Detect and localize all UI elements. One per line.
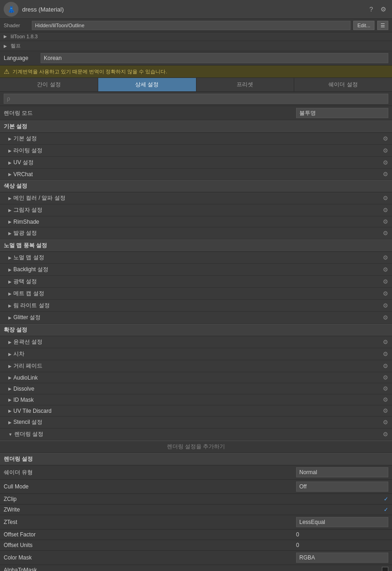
advanced-item-0[interactable]: ▶ 윤곽선 설정 ⚙ [0,336,392,348]
tab-shader[interactable]: 쉐이더 설정 [294,78,392,91]
color-mask-dropdown[interactable]: RGBA [296,553,388,563]
triangle-icon: ▶ [8,303,12,308]
search-input[interactable] [4,94,388,104]
ztest-dropdown[interactable]: LessEqual [296,517,388,527]
triangle-icon: ▶ [8,375,12,380]
shader-row: Shader Hidden/lilToon/Outline Edit... ☰ [0,19,392,32]
render-trigger-row[interactable]: 렌더링 설정을 추가하기 [0,440,392,453]
advanced-item-2[interactable]: ▶ 거리 페이드 ⚙ [0,360,392,372]
advanced-item-7[interactable]: ▶ Stencil 설정 ⚙ [0,416,392,428]
normal-map-item-4[interactable]: ▶ 림 라이트 설정 ⚙ [0,300,392,312]
zclip-row: ZClip ✓ [0,494,392,505]
tab-preset[interactable]: 프리셋 [196,78,295,91]
triangle-icon: ▶ [8,315,12,320]
shader-type-label: 쉐이더 유형 [4,469,296,476]
triangle-icon: ▶ [8,172,12,177]
offset-units-label: Offset Units [4,542,296,548]
render-mode-row: 렌더링 모드 불투명 [0,106,392,120]
normal-map-settings-header: 노멀 맵 풍복 설정 [0,239,392,252]
gear-icon: ⚙ [383,396,388,403]
gear-icon: ⚙ [383,218,388,225]
triangle-icon: ▶ [8,352,12,357]
gear-icon: ⚙ [383,278,388,285]
normal-map-item-1[interactable]: ▶ Backlight 설정 ⚙ [0,264,392,276]
warning-text: 기계번역을 사용하고 있기 때문에 번역이 정확하지 않을 수 있습니다. [12,68,167,75]
ztest-label: ZTest [4,519,296,525]
language-row: Language Korean [0,51,392,65]
zwrite-check: ✓ [384,506,388,513]
normal-map-item-3[interactable]: ▶ 메트 캡 설정 ⚙ [0,288,392,300]
advanced-item-5[interactable]: ▶ ID Mask ⚙ [0,394,392,405]
advanced-settings-header: 확장 설정 [0,324,392,336]
triangle-icon: ▶ [8,208,12,213]
settings-icon-btn[interactable]: ⚙ [378,4,388,14]
basic-settings-item-2[interactable]: ▶ UV 설정 ⚙ [0,157,392,169]
cull-mode-dropdown[interactable]: Off [296,482,388,492]
triangle-icon2: ▶ [4,44,7,48]
help-icon-btn[interactable]: ? [366,4,376,14]
zclip-label: ZClip [4,496,384,502]
color-settings-item-1[interactable]: ▶ 그림자 설정 ⚙ [0,204,392,216]
shader-dropdown[interactable]: Hidden/lilToon/Outline [32,21,350,30]
offset-units-value: 0 [296,542,388,548]
gear-icon: ⚙ [383,266,388,273]
gear-icon: ⚙ [383,207,388,214]
ztest-row: ZTest LessEqual [0,515,392,529]
color-mask-label: Color Mask [4,554,296,561]
advanced-item-4[interactable]: ▶ Dissolve ⚙ [0,383,392,394]
tab-bar: 간이 설정 상세 설정 프리셋 쉐이더 설정 [0,78,392,92]
basic-settings-header: 기본 설정 [0,120,392,133]
advanced-item-8[interactable]: ▼ 렌더링 설정 ⚙ [0,428,392,440]
basic-settings-item-3[interactable]: ▶ VRChat ⚙ [0,169,392,180]
help-row: ▶ 헬프 [0,41,392,51]
shader-label: Shader [4,23,29,28]
triangle-icon: ▶ [8,280,12,284]
normal-map-item-5[interactable]: ▶ Glitter 설정 ⚙ [0,312,392,324]
warning-icon: ⚠ [4,68,10,75]
tab-detail[interactable]: 상세 설정 [98,78,196,91]
menu-button[interactable]: ☰ [377,21,388,30]
help-label: 헬프 [11,42,21,49]
cull-mode-label: Cull Mode [4,483,296,490]
offset-factor-value: 0 [296,531,388,538]
offset-units-row: Offset Units 0 [0,540,392,551]
render-trigger-text: 렌더링 설정을 추가하기 [167,443,226,450]
gear-icon: ⚙ [383,385,388,392]
render-mode-dropdown[interactable]: 불투명 [296,108,388,118]
advanced-item-1[interactable]: ▶ 시차 ⚙ [0,348,392,360]
triangle-icon: ▶ [8,268,12,272]
search-row [0,92,392,106]
language-label: Language [4,55,41,61]
gear-icon: ⚙ [383,407,388,414]
triangle-icon: ▶ [8,387,12,391]
color-settings-item-3[interactable]: ▶ 발광 설정 ⚙ [0,227,392,239]
triangle-icon: ▶ [8,220,12,224]
alpha-to-mask-swatch [382,567,388,571]
color-mask-row: Color Mask RGBA [0,551,392,565]
advanced-item-3[interactable]: ▶ AudioLink ⚙ [0,372,392,383]
render-mode-label: 렌더링 모드 [4,109,296,117]
alpha-to-mask-row: AlphaToMask [0,565,392,571]
triangle-icon: ▶ [8,409,12,413]
basic-settings-item-0[interactable]: ▶ 기본 설정 ⚙ [0,133,392,145]
triangle-icon: ▶ [8,149,12,153]
basic-settings-item-1[interactable]: ▶ 라이팅 설정 ⚙ [0,145,392,157]
gear-icon: ⚙ [383,159,388,166]
normal-map-item-0[interactable]: ▶ 노멀 맵 설정 ⚙ [0,252,392,264]
advanced-item-6[interactable]: ▶ UV Tile Discard ⚙ [0,405,392,416]
language-dropdown[interactable]: Korean [41,53,388,63]
gear-icon: ⚙ [383,351,388,357]
edit-button[interactable]: Edit... [353,21,374,30]
warning-bar: ⚠ 기계번역을 사용하고 있기 때문에 번역이 정확하지 않을 수 있습니다. [0,65,392,78]
gear-icon: ⚙ [383,419,388,426]
gear-icon: ⚙ [383,363,388,369]
color-settings-item-0[interactable]: ▶ 메인 컬러 / 알파 설정 ⚙ [0,192,392,204]
shader-type-dropdown[interactable]: Normal [296,467,388,477]
triangle-icon: ▶ [4,34,7,39]
triangle-icon: ▶ [8,340,12,345]
offset-factor-row: Offset Factor 0 [0,529,392,540]
tab-simple[interactable]: 간이 설정 [0,78,98,91]
gear-icon: ⚙ [383,431,388,438]
normal-map-item-2[interactable]: ▶ 광택 설정 ⚙ [0,276,392,288]
color-settings-item-2[interactable]: ▶ RimShade ⚙ [0,216,392,227]
